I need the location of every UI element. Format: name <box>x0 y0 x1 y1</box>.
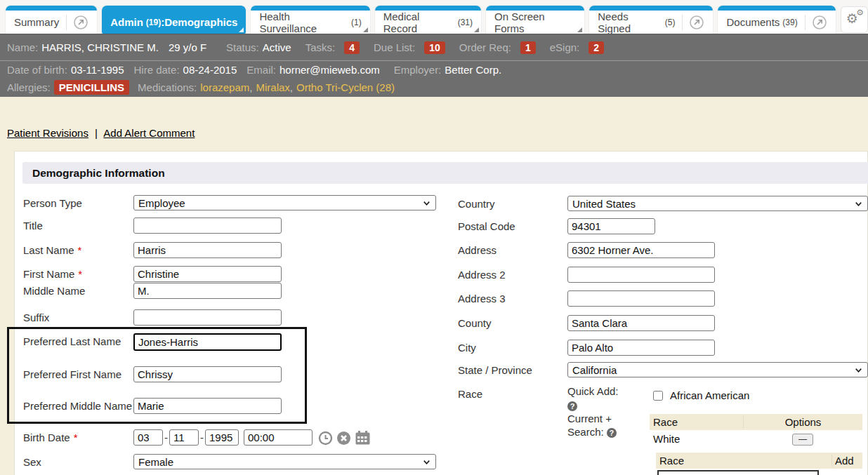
address3-input[interactable] <box>567 290 715 307</box>
city-label: City <box>458 340 567 354</box>
quick-add-help-icon[interactable]: ? <box>567 401 577 411</box>
sex-select[interactable]: Female <box>133 454 436 469</box>
email-label: Email: <box>246 64 276 76</box>
dob-label: Date of birth: <box>7 64 67 76</box>
tab-documents[interactable]: Documents (39) <box>718 6 835 34</box>
preferred-last-name-label: Preferred Last Name <box>23 333 133 348</box>
tasks-count-badge[interactable]: 4 <box>344 41 360 54</box>
section-header: Demographic Information <box>22 162 868 184</box>
clear-date-icon[interactable] <box>336 431 351 446</box>
tab-summary[interactable]: Summary <box>6 6 97 34</box>
tab-count: (19) <box>146 18 161 27</box>
preferred-first-name-input[interactable] <box>133 366 282 382</box>
sex-label: Sex <box>23 454 133 469</box>
options-column-header: Options <box>743 416 862 428</box>
last-name-label: Last Name* <box>23 242 133 257</box>
preferred-last-name-input[interactable] <box>133 333 282 351</box>
tab-label: On Screen Forms <box>494 11 576 34</box>
webchart-demographics-page: Summary Admin (19) :Demographics Health … <box>0 0 868 475</box>
esign-count-badge[interactable]: 2 <box>588 41 604 54</box>
tab-needs-signed-popout[interactable] <box>682 15 704 30</box>
tab-dropdown-fold-icon <box>363 27 368 32</box>
tab-health-surveillance[interactable]: Health Surveillance (1) <box>251 6 369 34</box>
patient-info-bar: Date of birth: 03-11-1995 Hire date: 08-… <box>0 60 868 97</box>
suffix-input[interactable] <box>133 309 282 326</box>
patient-revisions-link[interactable]: Patient Revisions <box>7 127 88 139</box>
title-input[interactable] <box>133 218 282 234</box>
race-row-white: White — <box>650 430 862 448</box>
hire-date-label: Hire date: <box>134 64 180 76</box>
tab-label: Summary <box>14 16 59 28</box>
address3-label: Address 3 <box>458 290 567 305</box>
tab-label: Needs Signed <box>598 11 662 34</box>
add-alert-comment-link[interactable]: Add Alert Comment <box>103 127 195 139</box>
current-search-label: Current + <box>567 413 645 425</box>
birth-year-input[interactable] <box>205 429 239 446</box>
state-province-select[interactable]: California <box>567 362 868 377</box>
patient-name: HARRIS, CHRISTINE M. <box>41 41 159 53</box>
tab-summary-popout[interactable] <box>66 15 88 30</box>
calendar-icon[interactable] <box>355 430 371 446</box>
birth-month-input[interactable] <box>133 429 163 446</box>
tab-label: Admin <box>110 16 143 28</box>
city-input[interactable] <box>567 340 715 356</box>
tab-count: (31) <box>458 18 473 27</box>
tab-dropdown-fold-icon <box>474 27 479 32</box>
due-list-label: Due List: <box>374 41 415 53</box>
postal-code-input[interactable] <box>567 218 655 234</box>
medication-item: lorazepam <box>200 81 249 93</box>
race-african-american-label: African American <box>670 389 749 401</box>
due-list-count-badge[interactable]: 10 <box>424 41 445 54</box>
first-name-label: First Name* <box>23 266 133 281</box>
chevron-down-icon <box>854 199 863 208</box>
tab-medical-record[interactable]: Medical Record (31) <box>375 6 481 34</box>
race-column-header: Race <box>650 416 743 428</box>
tab-label: Health Surveillance <box>259 11 348 34</box>
county-input[interactable] <box>567 315 715 331</box>
birth-time-input[interactable] <box>244 429 313 446</box>
section-title: Demographic Information <box>32 167 165 180</box>
order-req-count-badge[interactable]: 1 <box>520 41 536 54</box>
allergies-label: Allergies: <box>7 81 51 93</box>
open-popout-icon <box>73 15 88 30</box>
tab-on-screen-forms[interactable]: On Screen Forms <box>486 6 584 34</box>
race-african-american-checkbox[interactable] <box>653 391 663 401</box>
tab-count: (39) <box>782 18 797 27</box>
medication-item: Ortho Tri-Cyclen (28) <box>296 81 395 93</box>
preferred-middle-name-label: Preferred Middle Name <box>23 398 133 413</box>
patient-age-sex: 29 y/o F <box>169 41 206 53</box>
birth-day-input[interactable] <box>169 429 199 446</box>
address2-input[interactable] <box>567 267 715 283</box>
race-label: Race <box>458 386 567 401</box>
first-name-input[interactable] <box>133 266 282 282</box>
tab-documents-popout[interactable] <box>805 15 827 30</box>
race-search-input[interactable] <box>657 470 819 475</box>
settings-button[interactable]: ⚙ ⚙ <box>841 6 868 33</box>
open-popout-icon <box>812 15 827 30</box>
address-input[interactable] <box>567 242 715 258</box>
required-marker: * <box>74 431 78 443</box>
preferred-middle-name-input[interactable] <box>133 398 282 414</box>
patient-info-line-2: Allergies: PENICILLINS Medications: lora… <box>0 79 868 96</box>
tab-needs-signed[interactable]: Needs Signed (5) <box>589 6 713 34</box>
remove-race-button[interactable]: — <box>792 434 813 446</box>
search-help-icon[interactable]: ? <box>607 428 617 438</box>
chevron-down-icon <box>854 366 863 375</box>
middle-name-input[interactable] <box>133 283 282 299</box>
country-select[interactable]: United States <box>567 196 868 211</box>
current-race-table: Race Options White — <box>650 414 862 448</box>
tab-admin-demographics[interactable]: Admin (19) :Demographics <box>102 6 246 34</box>
hire-date-value: 08-24-2015 <box>183 64 237 76</box>
add-race-table-header: Race Add <box>656 453 862 469</box>
current-race-table-header: Race Options <box>650 414 862 430</box>
time-picker-clock-icon[interactable] <box>318 431 333 446</box>
quick-add-label: Quick Add: <box>567 385 645 398</box>
last-name-input[interactable] <box>133 242 282 258</box>
allergy-badge[interactable]: PENICILLINS <box>54 80 129 95</box>
tab-sublabel: :Demographics <box>161 16 237 28</box>
person-type-select[interactable]: Employee <box>133 195 436 210</box>
person-type-label: Person Type <box>23 195 133 210</box>
tab-dropdown-fold-icon <box>239 27 244 32</box>
patient-summary-bar: Name: HARRIS, CHRISTINE M. 29 y/o F Stat… <box>0 34 868 60</box>
chevron-down-icon <box>422 199 431 208</box>
